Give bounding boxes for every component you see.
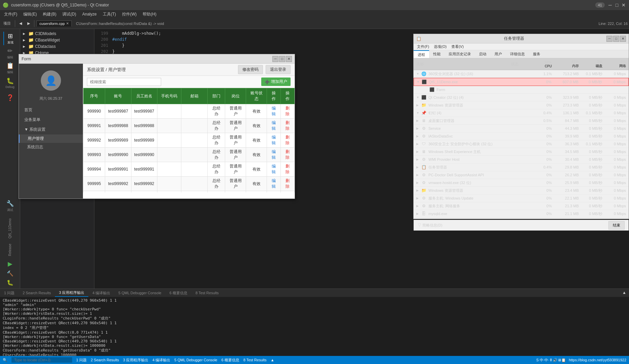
status-compile[interactable]: 4 编译输出: [152, 358, 170, 363]
change-password-button[interactable]: 修改密码: [238, 65, 263, 74]
status-test[interactable]: 8 Test Results: [243, 358, 267, 362]
process-expand[interactable]: ▶: [416, 165, 420, 169]
nav-home[interactable]: 首页: [19, 105, 83, 115]
edit-button[interactable]: 编辑: [272, 106, 276, 116]
tm-process-row[interactable]: ▶ 🛡 360安全卫士 安全防护中心模块 (32 位) 0% 36.3 MB 0…: [414, 140, 629, 148]
edit-button[interactable]: 编辑: [272, 135, 276, 145]
locate-input[interactable]: [11, 357, 72, 363]
cell-edit[interactable]: 编辑: [267, 191, 280, 193]
process-expand[interactable]: ▶: [416, 181, 420, 184]
delete-button[interactable]: 删除: [286, 106, 290, 116]
tm-tab-details[interactable]: 详细信息: [506, 50, 529, 58]
tm-process-row[interactable]: ▶ ⚙ vmware-hostd.exe (32 位) 0% 25.9 MB 0…: [414, 179, 629, 187]
tab-test-results[interactable]: 8 Test Results: [191, 289, 223, 297]
sidebar-settings[interactable]: 🔧 调试: [3, 200, 17, 213]
tree-item-cbasewidget[interactable]: ▶ 📁 CBaseWidget: [20, 37, 94, 43]
menu-analyze[interactable]: Analyze: [80, 11, 99, 17]
tm-process-row[interactable]: ▼ ⬛ Qt5_11Demo.exe 0% 607.0 MB 0 MB/秒 0 …: [414, 78, 629, 86]
delete-button[interactable]: 删除: [286, 149, 290, 160]
cell-edit[interactable]: 编辑: [267, 133, 280, 148]
tm-process-row[interactable]: ▶ ⚙ WMI Provider Host 0% 30.4 MB 0 MB/秒 …: [414, 156, 629, 163]
menu-tools[interactable]: 工具(T): [100, 11, 119, 18]
process-expand[interactable]: ▶: [416, 158, 420, 161]
delete-button[interactable]: 删除: [286, 178, 290, 189]
process-expand[interactable]: ▼: [416, 72, 420, 75]
menu-help[interactable]: 帮助(H): [140, 11, 159, 18]
window-controls[interactable]: ─ □ ✕: [607, 2, 626, 8]
tm-process-row[interactable]: ▶ ⚙ 服务主机: 网络服务 0% 21.3 MB 0 MB/秒 0 Mbps: [414, 202, 629, 210]
process-expand[interactable]: ▶: [416, 204, 420, 208]
delete-button[interactable]: 删除: [286, 120, 290, 131]
toolbar-forward[interactable]: ▶: [25, 21, 32, 26]
process-expand[interactable]: ▶: [416, 150, 420, 153]
tab-search-results[interactable]: 2 Search Results: [19, 289, 55, 297]
add-user-button[interactable]: ➕ 增加用户: [261, 78, 291, 86]
cell-edit[interactable]: 编辑: [267, 148, 280, 162]
tm-header-name[interactable]: 名称: [416, 62, 501, 67]
toolbar-back[interactable]: ◀: [17, 21, 24, 26]
process-expand[interactable]: ▶: [416, 103, 420, 107]
cell-edit[interactable]: 编辑: [267, 119, 280, 133]
tab-problems[interactable]: 1 问题: [0, 289, 19, 297]
tm-process-row[interactable]: ▶ 📁 Windows 资源管理器 0% 23.4 MB 0 MB/秒 0 Mb…: [414, 187, 629, 194]
status-nav-up[interactable]: ▲: [271, 358, 274, 362]
edit-button[interactable]: 编辑: [272, 120, 276, 131]
close-button[interactable]: ✕: [621, 2, 626, 8]
process-expand[interactable]: ▶: [416, 212, 420, 215]
menu-controls[interactable]: 控件(W): [119, 11, 139, 18]
build-button[interactable]: 🔨: [7, 270, 13, 277]
bottom-panel-up[interactable]: ▲: [620, 289, 629, 297]
nav-system-log[interactable]: 系统日志: [19, 143, 83, 151]
process-expand[interactable]: ▶: [416, 189, 420, 192]
form-close-btn[interactable]: ✕: [286, 56, 292, 62]
tm-tab-processes[interactable]: 进程: [414, 50, 429, 58]
process-expand[interactable]: ▶: [416, 127, 420, 130]
tm-header-mem[interactable]: 41% 内存: [552, 60, 579, 68]
cell-edit[interactable]: 编辑: [267, 177, 280, 191]
tm-process-row[interactable]: ⬛ Form: [414, 86, 629, 94]
cell-edit[interactable]: 编辑: [267, 104, 280, 119]
tab-qml-debugger[interactable]: 5 QML Debugger Console: [114, 289, 165, 297]
process-expand[interactable]: ▶: [416, 173, 420, 177]
status-app-output[interactable]: 3 应用程序输出: [123, 358, 148, 363]
tree-item-cdataclass[interactable]: ▶ 📁 CDataclass: [20, 43, 94, 50]
tm-process-row[interactable]: ▶ ⚙ PC-Doctor Dell SupportAssist API 0% …: [414, 171, 629, 179]
status-search[interactable]: 2 Search Results: [91, 358, 119, 362]
cell-del[interactable]: 删除: [280, 177, 294, 191]
tm-minimize-btn[interactable]: ─: [606, 36, 612, 42]
form-maximize-btn[interactable]: □: [279, 56, 285, 62]
cell-del[interactable]: 删除: [280, 191, 294, 193]
tm-tab-services[interactable]: 服务: [529, 50, 544, 58]
tm-tab-performance[interactable]: 性能: [429, 50, 445, 58]
cell-del[interactable]: 删除: [280, 133, 294, 148]
status-problems[interactable]: 1 问题: [76, 358, 87, 363]
tm-process-row[interactable]: ▶ 🖥 Windows Shell Experience 主机 0% 34.5 …: [414, 148, 629, 156]
file-tab-cusersform[interactable]: cusersform.cpp ✕: [36, 21, 72, 27]
process-expand[interactable]: ▶: [416, 142, 420, 146]
nav-user-management[interactable]: 用户管理: [19, 134, 83, 143]
cell-del[interactable]: 删除: [280, 104, 294, 119]
tab-app-output[interactable]: 3 应用程序输出: [55, 289, 88, 297]
tm-close-btn[interactable]: ✕: [620, 36, 626, 42]
menu-file[interactable]: 文件(F): [1, 11, 20, 18]
nav-business[interactable]: 业务菜单: [19, 115, 83, 125]
tm-process-row[interactable]: ▶ 🖥 桌面窗口管理器 0.5% 84.7 MB 0 MB/秒 0 Mbps: [414, 117, 629, 125]
tm-process-row[interactable]: ▶ ⚙ Service 0% 44.3 MB 0 MB/秒 0 Mbps: [414, 125, 629, 132]
sidebar-edit[interactable]: ✏ 编辑: [3, 47, 17, 60]
tree-item-c3dmodels[interactable]: ▶ 📁 C3DModels: [20, 30, 94, 37]
file-tab-close[interactable]: ✕: [66, 22, 69, 25]
tm-header-cpu[interactable]: 32% CPU: [528, 60, 552, 68]
tm-process-row[interactable]: ▶ 🗄 mysqld.exe 0% 21.1 MB 0 MB/秒 0 Mbps: [414, 210, 629, 218]
tm-process-row[interactable]: ▶ 📋 任务管理器 0.4% 29.8 MB 0 MB/秒 0 Mbps: [414, 163, 629, 171]
edit-button[interactable]: 编辑: [272, 178, 276, 189]
tm-tab-users[interactable]: 用户: [490, 50, 506, 58]
tm-process-row[interactable]: ▶ 📁 Windows 资源管理器 0% 273.3 MB 0 MB/秒 0 M…: [414, 101, 629, 109]
tm-header-disk[interactable]: 3% 磁盘: [579, 60, 602, 68]
menu-build[interactable]: 构建(B): [40, 11, 59, 18]
process-expand[interactable]: ▼: [416, 96, 420, 99]
delete-button[interactable]: 删除: [286, 135, 290, 145]
tm-tab-app-history[interactable]: 应用历史记录: [445, 50, 475, 58]
sidebar-design[interactable]: 📋 编辑: [3, 61, 17, 75]
tab-compile-output[interactable]: 4 编译输出: [88, 289, 114, 297]
tm-menu-options[interactable]: 选项(O): [432, 44, 449, 50]
